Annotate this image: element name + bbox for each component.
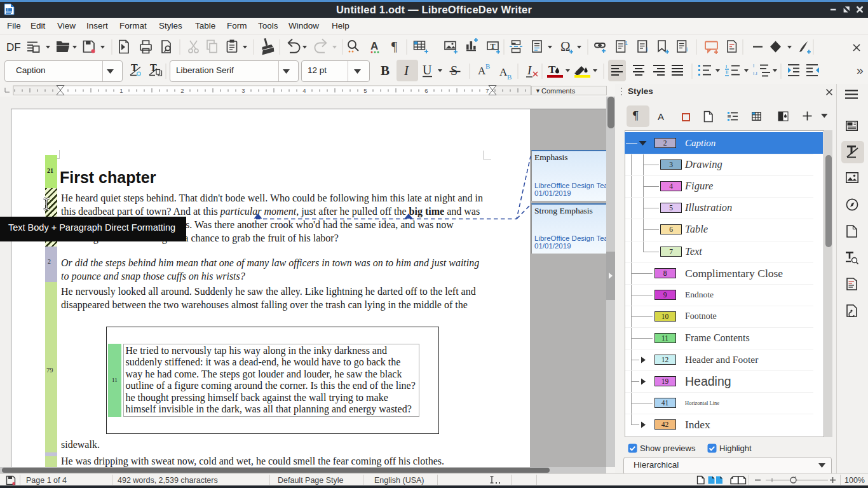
- svg-text:3: 3: [241, 87, 245, 94]
- svg-text:B: B: [507, 73, 512, 81]
- svg-text:I: I: [403, 63, 409, 78]
- svg-text:6: 6: [424, 87, 428, 94]
- svg-text:5: 5: [363, 87, 367, 94]
- svg-text:i: i: [647, 46, 648, 53]
- svg-text:I.I: I.I: [753, 71, 757, 76]
- svg-text:Ω: Ω: [560, 39, 571, 54]
- svg-text:1: 1: [119, 87, 123, 94]
- svg-text:2: 2: [180, 87, 184, 94]
- svg-text:4: 4: [302, 87, 306, 94]
- svg-text:A: A: [370, 40, 378, 52]
- svg-text:¶: ¶: [391, 39, 397, 53]
- svg-text:U: U: [423, 63, 432, 77]
- svg-text:S: S: [451, 64, 458, 78]
- svg-text:I: I: [527, 64, 532, 77]
- svg-text:T: T: [491, 42, 496, 51]
- svg-text:»: »: [857, 64, 864, 77]
- svg-text:7: 7: [485, 87, 489, 94]
- svg-text:T: T: [548, 64, 556, 76]
- svg-text:I: I: [726, 64, 727, 69]
- svg-text:i: i: [686, 46, 688, 53]
- svg-text:B: B: [381, 63, 390, 78]
- svg-text:DF: DF: [6, 41, 21, 53]
- svg-text:II: II: [726, 69, 728, 75]
- svg-text:1: 1: [625, 40, 628, 46]
- svg-text:I: I: [753, 63, 754, 69]
- svg-text:B: B: [485, 62, 490, 70]
